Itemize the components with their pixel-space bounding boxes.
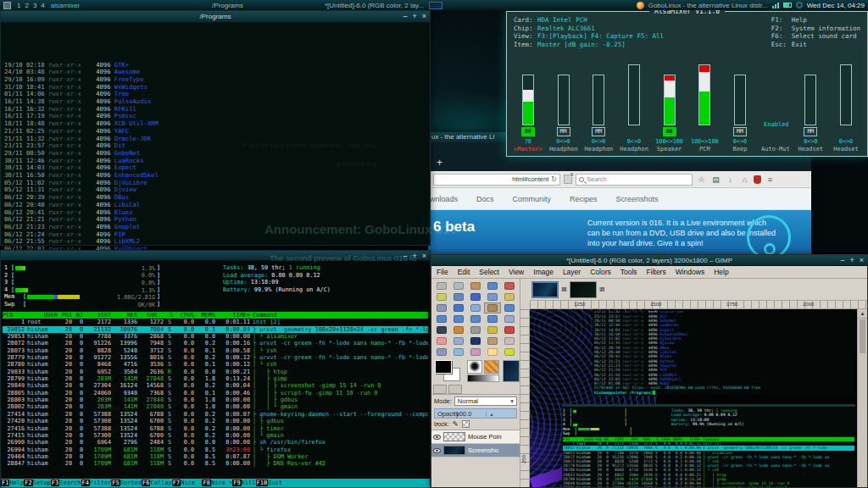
column-header[interactable]: USER xyxy=(27,312,58,319)
mute-box[interactable]: MM xyxy=(804,127,817,136)
downloads-icon[interactable]: ↓ xyxy=(725,175,736,184)
column-header[interactable]: NI xyxy=(75,312,83,319)
tool-icon[interactable] xyxy=(501,336,518,347)
firefox-icon[interactable] xyxy=(637,2,644,9)
minimize-button[interactable]: – xyxy=(403,11,407,22)
tool-icon[interactable] xyxy=(433,347,450,358)
taskbar-item-gimp[interactable]: *[Untitled]-6.0 (RGB color, 2 lay... xyxy=(325,2,424,9)
tool-icon[interactable] xyxy=(433,291,450,302)
process-row[interactable]: 28799hisham200203M141M27848S0.01.80:13.2… xyxy=(3,375,428,382)
process-row[interactable]: 26990hisham200696427962484S0.00.00:00.00… xyxy=(3,439,428,446)
htop-titlebar[interactable]: – + × xyxy=(1,251,430,261)
tool-icon[interactable] xyxy=(484,291,501,302)
tool-icon[interactable] xyxy=(467,324,484,336)
menu-item[interactable]: View xyxy=(509,268,524,276)
volume-bar[interactable] xyxy=(522,75,534,125)
tool-icon[interactable] xyxy=(467,280,484,291)
maximize-button[interactable]: + xyxy=(849,255,854,266)
image-tab-active[interactable] xyxy=(531,281,559,298)
mixer-channel[interactable]: 00 70 <Master> xyxy=(510,53,546,153)
process-row[interactable]: 27414hisham20057388135246788S0.00.20:00.… xyxy=(3,411,428,418)
maximize-button[interactable]: + xyxy=(412,251,416,262)
mute-box[interactable]: MM xyxy=(733,127,747,136)
column-header[interactable]: Command xyxy=(253,312,428,319)
notification-icon[interactable] xyxy=(796,2,803,8)
volume-bar[interactable] xyxy=(558,75,570,125)
nav-link[interactable]: Recipes xyxy=(570,195,598,203)
fkey-button[interactable]: F10Quit xyxy=(256,479,283,487)
fkey-button[interactable]: F1Help xyxy=(1,479,24,487)
fkey-button[interactable]: F4Filter xyxy=(81,479,112,487)
tool-icon[interactable] xyxy=(433,280,450,291)
close-button[interactable]: × xyxy=(422,11,426,22)
tool-icon[interactable] xyxy=(501,302,518,313)
column-header[interactable]: CPU% xyxy=(175,312,194,319)
tool-icon[interactable] xyxy=(501,280,518,291)
menu-item[interactable]: Image xyxy=(533,268,554,276)
new-tab-button[interactable]: + xyxy=(437,157,442,169)
nav-link[interactable]: Docs xyxy=(476,195,494,203)
tool-icon[interactable] xyxy=(450,336,467,347)
taskbar-item-programs[interactable]: /Programs xyxy=(212,2,243,9)
tool-icon[interactable] xyxy=(433,324,450,336)
app-launcher-icon[interactable] xyxy=(3,2,11,9)
process-row[interactable]: 28847hisham2001709M681M118MS0.08.50:00.0… xyxy=(3,460,428,467)
process-row[interactable]: 1root200217213361272S0.00.00:01.11init [… xyxy=(3,319,428,325)
menu-icon[interactable]: ≡ xyxy=(765,175,776,184)
tool-icon[interactable] xyxy=(484,280,501,291)
menu-item[interactable]: Colors xyxy=(590,268,611,276)
workspace-button[interactable]: 1 xyxy=(16,2,21,9)
menu-item[interactable]: Windows xyxy=(676,268,704,276)
lock-alpha-icon[interactable] xyxy=(462,420,470,428)
tool-icon[interactable] xyxy=(501,291,518,302)
image-thumb-icon[interactable] xyxy=(503,360,520,382)
column-header[interactable]: S xyxy=(166,312,173,319)
tool-icon[interactable] xyxy=(450,280,467,291)
nav-link[interactable]: Community xyxy=(513,195,552,203)
process-row[interactable]: 28779hisham20091272135568016S0.00.20:00.… xyxy=(3,354,428,361)
tool-icon[interactable] xyxy=(484,347,501,358)
tool-icon[interactable] xyxy=(450,347,467,358)
mute-box[interactable]: MM xyxy=(557,127,570,136)
maximize-button[interactable]: + xyxy=(412,11,416,22)
nav-link[interactable]: wnloads xyxy=(430,195,458,203)
close-button[interactable]: × xyxy=(860,255,864,266)
brush-icon[interactable] xyxy=(467,360,482,374)
layer-row[interactable]: Screensho xyxy=(431,444,520,458)
taskbar-item-alsamixer[interactable]: alsamixer xyxy=(51,2,80,9)
process-row[interactable]: 29833hisham200695235042636R0.00.00:00.21… xyxy=(3,369,428,375)
process-row[interactable]: 29852hisham20021132109767004S0.00.10:00.… xyxy=(3,326,428,333)
column-header[interactable]: VIRT xyxy=(86,312,111,319)
tool-icon[interactable] xyxy=(450,324,467,336)
gimp-canvas[interactable]: 19/10 02:18 rwxr-xr-x 4096 GTK+24/10 03:… xyxy=(530,309,857,487)
process-row[interactable]: 28802hisham200203M141M27040S0.01.00:00.0… xyxy=(3,403,428,410)
process-row[interactable]: 28780hisham200846847163536S0.00.10:00.12… xyxy=(3,361,428,368)
mixer-channel[interactable]: 00 100<>100 <Speaker> xyxy=(652,53,687,153)
close-image-icon[interactable]: ⊠ xyxy=(561,286,567,293)
fkey-button[interactable]: F9Kill xyxy=(232,479,255,487)
process-table-header[interactable]: PIDUSERPRINIVIRTRESSHRSCPU%MEM%TIME+Comm… xyxy=(3,312,428,319)
fkey-button[interactable]: F6Collap xyxy=(142,479,172,487)
tool-icon[interactable] xyxy=(501,324,518,336)
mixer-channel[interactable]: 0<>0 <Headphon> xyxy=(616,53,652,153)
tool-icon[interactable] xyxy=(433,302,450,313)
menu-item[interactable]: Tools xyxy=(620,268,637,276)
mixer-channel[interactable]: 100<>100 <PCM> xyxy=(687,53,722,153)
column-header[interactable]: SHR xyxy=(140,312,164,319)
workspace-button[interactable]: 4 xyxy=(40,2,45,9)
mixer-channel[interactable]: MM 0<>0 <Headphon> xyxy=(581,53,616,153)
process-row[interactable]: 28803hisham200203M141M27848S0.01.80:00.0… xyxy=(3,396,428,403)
volume-bar[interactable] xyxy=(840,64,852,125)
process-row[interactable]: 29849hisham200273041612414568S0.00.20:00… xyxy=(3,382,428,389)
process-row[interactable]: 28073hisham200882852483712S0.00.10:00.58… xyxy=(3,347,428,354)
column-header[interactable]: RES xyxy=(114,312,137,319)
minimize-button[interactable]: – xyxy=(403,251,407,262)
mixer-channel[interactable]: 0<>0 <Headset> xyxy=(828,53,864,153)
menu-item[interactable]: Filters xyxy=(647,268,666,276)
volume-bar[interactable] xyxy=(734,75,746,125)
channels-tab[interactable] xyxy=(448,385,462,394)
process-row[interactable]: 27415hisham20057300135246700S0.00.20:00.… xyxy=(3,432,428,439)
wifi-icon[interactable] xyxy=(772,3,779,8)
process-row[interactable]: 28072hisham20091226139967948S0.00.20:00.… xyxy=(3,340,428,347)
menu-item[interactable]: Help xyxy=(714,268,728,276)
